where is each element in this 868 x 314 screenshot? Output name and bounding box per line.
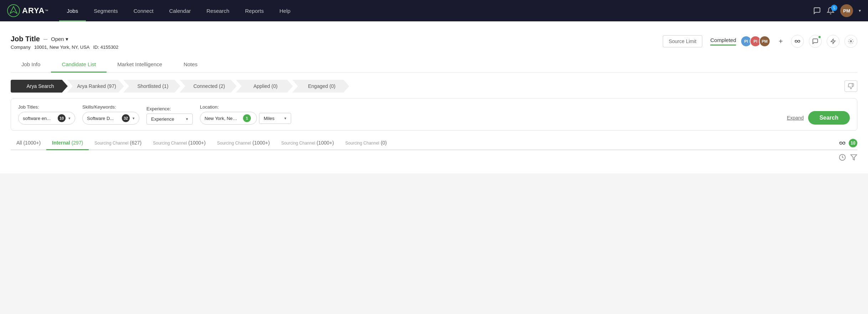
job-company: Company <box>11 45 31 50</box>
cand-tab-internal-count: (297) <box>72 140 83 146</box>
history-icon-btn[interactable] <box>839 154 846 163</box>
sourcing4-label: Sourcing Channel <box>281 141 315 146</box>
tab-notes[interactable]: Notes <box>173 57 208 73</box>
job-titles-value: software en... <box>23 116 55 121</box>
skills-chevron-icon: ▾ <box>133 116 135 121</box>
location-count: 1 <box>243 114 251 122</box>
binoculars-icon-btn[interactable] <box>791 35 804 48</box>
chat-icon[interactable] <box>813 7 821 15</box>
cand-tab-internal[interactable]: Internal (297) <box>46 136 89 150</box>
candidate-tabs: All (1000+) Internal (297) Sourcing Chan… <box>11 136 857 150</box>
experience-filter: Experience: Experience ▾ <box>146 106 193 125</box>
job-titles-filter: Job Titles: software en... 10 ▾ <box>18 104 75 125</box>
tab-job-info[interactable]: Job Info <box>11 57 51 73</box>
tab-market-intelligence[interactable]: Market Intelligence <box>107 57 173 73</box>
logo[interactable]: ARYA™ <box>7 4 48 17</box>
experience-value: Experience <box>151 116 184 122</box>
cand-tab-all[interactable]: All (1000+) <box>11 136 46 150</box>
job-meta: Company 10001, New York, NY, USA ID: 415… <box>11 45 663 50</box>
completed-label: Completed <box>710 37 736 43</box>
add-team-member-button[interactable]: + <box>775 36 786 47</box>
lightning-icon-btn[interactable] <box>827 35 839 48</box>
job-status-button[interactable]: Open ▾ <box>51 36 68 42</box>
filters-section: Job Titles: software en... 10 ▾ Skills/K… <box>11 98 857 131</box>
job-title-section: Job Title – Open ▾ Company 10001, New Yo… <box>11 35 663 50</box>
search-button[interactable]: Search <box>808 111 850 125</box>
avatar-group: PI PI PM <box>740 36 770 47</box>
location-filter-row: New York, New Y... 1 Miles ▾ <box>200 112 291 125</box>
skills-filter: Skills/Keywords: Software D... 32 ▾ <box>82 104 139 125</box>
job-location: 10001, New York, NY, USA <box>34 45 90 50</box>
expand-link[interactable]: Expand <box>787 115 804 121</box>
job-status-label: Open <box>51 36 64 42</box>
completed-button[interactable]: Completed <box>706 35 740 48</box>
nav-connect[interactable]: Connect <box>126 0 161 21</box>
sourcing4-count: (1000+) <box>316 140 334 146</box>
experience-chevron-icon: ▾ <box>186 117 188 121</box>
cand-tab-sourcing4[interactable]: Sourcing Channel (1000+) <box>275 136 340 150</box>
nav-calendar[interactable]: Calendar <box>161 0 199 21</box>
completed-underline <box>710 45 736 46</box>
team-avatar-3: PM <box>759 36 770 47</box>
job-titles-input[interactable]: software en... 10 ▾ <box>18 112 75 125</box>
notification-badge: 5 <box>831 5 837 11</box>
cand-tab-sourcing3[interactable]: Sourcing Channel (1000+) <box>211 136 275 150</box>
tab-candidate-list[interactable]: Candidate List <box>51 57 107 73</box>
cand-tab-sourcing2[interactable]: Sourcing Channel (1000+) <box>147 136 211 150</box>
pipeline-connected[interactable]: Connected (2) <box>180 80 237 93</box>
user-avatar[interactable]: PM <box>840 4 853 17</box>
avatar-chevron-icon[interactable]: ▾ <box>859 8 861 13</box>
cand-tab-sourcing1[interactable]: Sourcing Channel (627) <box>89 136 147 150</box>
cand-tab-sourcing5[interactable]: Sourcing Channel (0) <box>340 136 392 150</box>
pipeline-arya-ranked[interactable]: Arya Ranked (97) <box>67 80 124 93</box>
pipeline-engaged[interactable]: Engaged (0) <box>292 80 349 93</box>
sourcing1-count: (627) <box>130 140 142 146</box>
chat-bubble-icon-btn[interactable] <box>809 35 822 48</box>
main-content: Job Title – Open ▾ Company 10001, New Yo… <box>0 21 868 173</box>
settings-icon-btn[interactable] <box>844 35 857 48</box>
job-title-text: Job Title <box>11 35 40 43</box>
miles-select[interactable]: Miles ▾ <box>259 113 291 124</box>
skills-label: Skills/Keywords: <box>82 104 139 110</box>
sourcing2-label: Sourcing Channel <box>153 141 187 146</box>
source-limit-section: Source Limit Completed <box>663 35 740 48</box>
job-header-right: PI PI PM + <box>740 35 857 48</box>
location-input[interactable]: New York, New Y... 1 <box>200 112 257 125</box>
nav-jobs[interactable]: Jobs <box>59 0 86 21</box>
nav-reports[interactable]: Reports <box>237 0 272 21</box>
candidate-binoculars-button[interactable] <box>839 140 846 147</box>
source-limit-label: Source Limit <box>663 35 703 47</box>
experience-select[interactable]: Experience ▾ <box>146 114 193 125</box>
nav-research[interactable]: Research <box>199 0 237 21</box>
job-titles-label: Job Titles: <box>18 104 75 110</box>
svg-marker-3 <box>831 39 835 43</box>
sourcing3-count: (1000+) <box>253 140 270 146</box>
job-titles-count: 10 <box>58 114 66 122</box>
dislike-button[interactable] <box>844 80 857 92</box>
nav-segments[interactable]: Segments <box>86 0 126 21</box>
main-tabs: Job Info Candidate List Market Intellige… <box>11 57 857 73</box>
filter-icon-btn[interactable] <box>850 154 857 163</box>
skills-input[interactable]: Software D... 32 ▾ <box>82 112 139 125</box>
cand-tabs-right: 10 <box>839 139 857 147</box>
logo-tm: ™ <box>45 9 48 13</box>
sourcing1-label: Sourcing Channel <box>94 141 128 146</box>
nav-items: Jobs Segments Connect Calendar Research … <box>59 0 813 21</box>
filters-row: Job Titles: software en... 10 ▾ Skills/K… <box>18 104 850 125</box>
pipeline-applied[interactable]: Applied (0) <box>236 80 293 93</box>
location-label: Location: <box>200 104 291 110</box>
bottom-icons <box>11 150 857 166</box>
logo-text: ARYA <box>22 6 45 15</box>
navbar-right: 5 PM ▾ <box>813 4 861 17</box>
svg-point-4 <box>850 41 852 42</box>
pipeline-shortlisted[interactable]: Shortlisted (1) <box>123 80 180 93</box>
pipeline-arya-search[interactable]: Arya Search <box>11 80 68 93</box>
sourcing3-label: Sourcing Channel <box>217 141 251 146</box>
navbar: ARYA™ Jobs Segments Connect Calendar Res… <box>0 0 868 21</box>
cand-tab-all-count: (1000+) <box>23 140 41 146</box>
bell-icon[interactable]: 5 <box>827 7 835 15</box>
filter-actions: Expand Search <box>787 111 850 125</box>
location-value: New York, New Y... <box>205 116 240 121</box>
status-chevron-icon: ▾ <box>66 36 68 42</box>
nav-help[interactable]: Help <box>272 0 298 21</box>
